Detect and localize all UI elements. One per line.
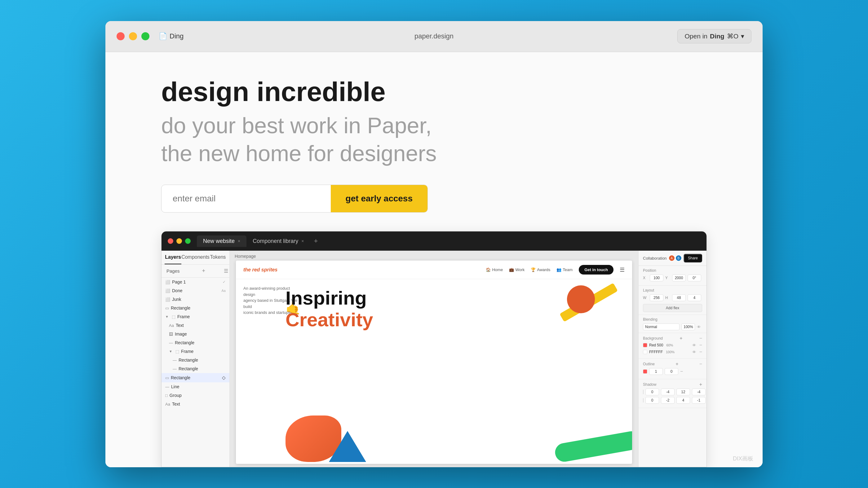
add-flex-button[interactable]: Add flex — [643, 304, 702, 312]
layer-name: Group — [169, 393, 182, 398]
outline-color-swatch[interactable] — [643, 369, 647, 374]
bg-eye-icon-1[interactable]: 👁 — [692, 343, 696, 348]
layer-item[interactable]: ▭ Rectangle — [161, 304, 229, 312]
close-button[interactable] — [117, 32, 125, 40]
text-type-icon2: Aa — [165, 402, 170, 406]
tool-titlebar: New website × Component library × + — [161, 231, 707, 251]
layer-item[interactable]: ⬜ Done Aa — [161, 286, 229, 295]
shape-options-icon[interactable]: ◇ — [222, 375, 226, 381]
bg-color-opacity-2: 100% — [666, 350, 675, 354]
open-in-button[interactable]: Open in Ding ⌘O ▾ — [677, 29, 751, 43]
open-in-app: Ding — [710, 33, 724, 40]
creativity-text: Creativity — [285, 310, 373, 329]
open-in-shortcut: ⌘O — [727, 33, 738, 40]
outline-minus-icon[interactable]: − — [700, 361, 702, 367]
rotate-value[interactable]: 0° — [688, 274, 701, 281]
bg-color-row-2: FFFFFF 100% 👁 − — [643, 349, 702, 355]
layer-item[interactable]: — Rectangle — [161, 356, 229, 364]
h-value[interactable]: 48 — [672, 294, 686, 301]
shadow-color-1[interactable] — [643, 390, 644, 394]
early-access-button[interactable]: get early access — [331, 185, 428, 212]
shadow1-blur[interactable]: 12 — [676, 389, 690, 395]
minimize-button[interactable] — [129, 32, 137, 40]
layer-item[interactable]: □ Group — [161, 391, 229, 400]
tab-component-library[interactable]: Component library × — [246, 235, 310, 247]
share-button[interactable]: Share — [684, 254, 702, 262]
outline-remove-icon[interactable]: − — [680, 369, 683, 374]
x-value[interactable]: 100 — [650, 274, 663, 281]
layer-item[interactable]: ▼ ⬚ Frame — [161, 347, 229, 356]
panel-options-icon[interactable]: ☰ — [224, 268, 228, 274]
shadow-color-2[interactable] — [643, 398, 644, 402]
website-nav: the red sprites 🏠 Home 💼 Work 🏆 Awards 👥… — [236, 261, 632, 279]
tab-add-button[interactable]: + — [310, 237, 322, 245]
tab-tokens[interactable]: Tokens — [210, 251, 226, 264]
email-input[interactable] — [161, 185, 331, 212]
layer-item[interactable]: Aa Text — [161, 321, 229, 330]
bg-eye-icon-2[interactable]: 👁 — [692, 350, 696, 354]
shadow1-spread[interactable]: -4 — [692, 389, 706, 395]
layer-item[interactable]: — Rectangle — [161, 338, 229, 347]
layer-name: Done — [172, 288, 182, 293]
hero-section: design incredible do your best work in P… — [105, 52, 763, 231]
layer-item-selected[interactable]: ▭ Rectangle ◇ — [161, 373, 229, 382]
tab-close-icon2[interactable]: × — [301, 238, 304, 243]
outline-corner[interactable]: 0 — [664, 368, 678, 375]
layer-item[interactable]: Aa Text — [161, 400, 229, 409]
website-cta-button[interactable]: Get in touch — [579, 265, 614, 274]
blend-mode-select[interactable]: Normal — [643, 323, 680, 330]
website-preview: the red sprites 🏠 Home 💼 Work 🏆 Awards 👥… — [236, 261, 632, 463]
tool-canvas[interactable]: Homepage the red sprites 🏠 Home 💼 Work 🏆… — [230, 251, 638, 467]
shadow2-x[interactable]: 0 — [645, 397, 659, 404]
shadow-label: Shadow — [643, 382, 656, 387]
outline-add-icon[interactable]: + — [676, 361, 678, 367]
browser-tab[interactable]: 📄 Ding — [159, 32, 184, 40]
shadow1-x[interactable]: 0 — [645, 389, 659, 395]
blend-eye-icon[interactable]: 👁 — [697, 325, 701, 329]
tab-components[interactable]: Components — [181, 251, 210, 264]
bg-color-swatch-1[interactable] — [643, 343, 647, 347]
bg-minus-icon-1[interactable]: − — [700, 343, 702, 348]
shadow2-spread[interactable]: -1 — [692, 397, 706, 404]
background-add-icon[interactable]: + — [680, 335, 682, 341]
blend-opacity[interactable]: 100% — [681, 323, 695, 330]
address-bar[interactable]: paper.design — [414, 32, 454, 40]
layer-item[interactable]: ▼ ⬚ Frame — [161, 312, 229, 321]
bg-minus-icon-2[interactable]: − — [700, 349, 702, 355]
tab-icon: 📄 — [159, 32, 167, 40]
outline-label: Outline — [643, 362, 655, 366]
layer-item[interactable]: 🖼 Image — [161, 330, 229, 338]
maximize-button[interactable] — [142, 32, 149, 40]
bg-color-swatch-2[interactable] — [643, 350, 647, 354]
chevron-down-icon[interactable]: ▾ — [741, 33, 744, 40]
shadow2-y[interactable]: -2 — [661, 397, 675, 404]
background-header: Background + − — [643, 335, 702, 341]
shadow2-blur[interactable]: 4 — [676, 397, 690, 404]
add-page-icon[interactable]: + — [202, 268, 206, 274]
y-value[interactable]: 2000 — [672, 274, 686, 281]
shadow1-y[interactable]: -4 — [661, 389, 675, 395]
layer-item[interactable]: — Rectangle — [161, 364, 229, 373]
background-minus-icon[interactable]: − — [700, 335, 702, 341]
collab-label: Collaboration — [643, 256, 667, 261]
tab-layers[interactable]: Layers — [165, 251, 181, 264]
design-tool-screenshot: New website × Component library × + — [161, 231, 707, 467]
tab-new-website[interactable]: New website × — [197, 235, 246, 247]
outline-size[interactable]: 1 — [649, 368, 663, 375]
layout-label: Layout — [643, 288, 702, 292]
hero-subtitle: do your best work in Paper, the new home… — [161, 111, 707, 167]
tab-close-icon[interactable]: × — [238, 238, 240, 243]
corner-value[interactable]: 4 — [688, 294, 701, 301]
layer-item[interactable]: ⬜ Page 1 ✓ — [161, 278, 229, 286]
layer-name: Line — [171, 384, 179, 389]
w-value[interactable]: 256 — [650, 294, 663, 301]
traffic-lights — [117, 32, 149, 40]
x-label: X — [643, 276, 648, 280]
blend-row: Normal 100% 👁 — [643, 323, 702, 330]
shadow-add-icon[interactable]: + — [700, 382, 702, 387]
layer-item[interactable]: ⬜ Junk — [161, 295, 229, 304]
hamburger-icon[interactable]: ☰ — [620, 266, 625, 273]
tool-maximize — [185, 238, 191, 244]
pages-label: Pages — [163, 266, 184, 276]
layer-item[interactable]: — Line — [161, 382, 229, 391]
